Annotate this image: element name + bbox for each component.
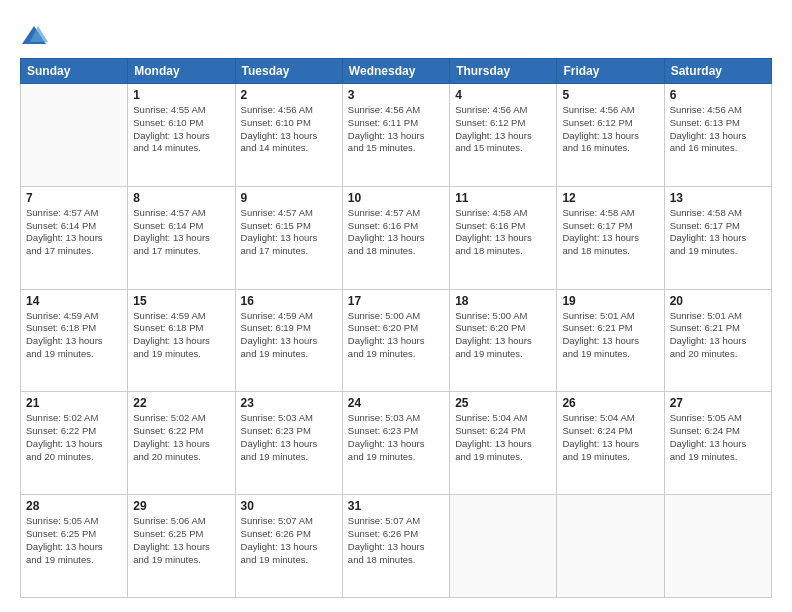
calendar-cell: 23Sunrise: 5:03 AM Sunset: 6:23 PM Dayli…	[235, 392, 342, 495]
day-info: Sunrise: 5:04 AM Sunset: 6:24 PM Dayligh…	[455, 412, 551, 463]
day-number: 17	[348, 294, 444, 308]
day-number: 8	[133, 191, 229, 205]
day-number: 23	[241, 396, 337, 410]
calendar-cell: 28Sunrise: 5:05 AM Sunset: 6:25 PM Dayli…	[21, 495, 128, 598]
day-info: Sunrise: 5:02 AM Sunset: 6:22 PM Dayligh…	[133, 412, 229, 463]
calendar-header-row: SundayMondayTuesdayWednesdayThursdayFrid…	[21, 59, 772, 84]
day-info: Sunrise: 4:58 AM Sunset: 6:17 PM Dayligh…	[670, 207, 766, 258]
calendar-cell: 15Sunrise: 4:59 AM Sunset: 6:18 PM Dayli…	[128, 289, 235, 392]
calendar-cell: 21Sunrise: 5:02 AM Sunset: 6:22 PM Dayli…	[21, 392, 128, 495]
day-number: 16	[241, 294, 337, 308]
day-number: 21	[26, 396, 122, 410]
calendar-cell: 3Sunrise: 4:56 AM Sunset: 6:11 PM Daylig…	[342, 84, 449, 187]
calendar-cell	[21, 84, 128, 187]
calendar-cell: 5Sunrise: 4:56 AM Sunset: 6:12 PM Daylig…	[557, 84, 664, 187]
calendar-week-3: 14Sunrise: 4:59 AM Sunset: 6:18 PM Dayli…	[21, 289, 772, 392]
calendar-cell: 20Sunrise: 5:01 AM Sunset: 6:21 PM Dayli…	[664, 289, 771, 392]
day-info: Sunrise: 5:05 AM Sunset: 6:25 PM Dayligh…	[26, 515, 122, 566]
day-info: Sunrise: 5:06 AM Sunset: 6:25 PM Dayligh…	[133, 515, 229, 566]
day-number: 13	[670, 191, 766, 205]
calendar-cell: 10Sunrise: 4:57 AM Sunset: 6:16 PM Dayli…	[342, 186, 449, 289]
day-number: 10	[348, 191, 444, 205]
calendar-week-5: 28Sunrise: 5:05 AM Sunset: 6:25 PM Dayli…	[21, 495, 772, 598]
day-info: Sunrise: 4:57 AM Sunset: 6:15 PM Dayligh…	[241, 207, 337, 258]
day-info: Sunrise: 5:01 AM Sunset: 6:21 PM Dayligh…	[562, 310, 658, 361]
calendar-cell: 29Sunrise: 5:06 AM Sunset: 6:25 PM Dayli…	[128, 495, 235, 598]
day-number: 26	[562, 396, 658, 410]
day-number: 19	[562, 294, 658, 308]
calendar-cell: 26Sunrise: 5:04 AM Sunset: 6:24 PM Dayli…	[557, 392, 664, 495]
day-number: 5	[562, 88, 658, 102]
day-info: Sunrise: 4:58 AM Sunset: 6:17 PM Dayligh…	[562, 207, 658, 258]
calendar-header-wednesday: Wednesday	[342, 59, 449, 84]
day-number: 15	[133, 294, 229, 308]
day-info: Sunrise: 4:56 AM Sunset: 6:12 PM Dayligh…	[455, 104, 551, 155]
day-number: 22	[133, 396, 229, 410]
day-info: Sunrise: 5:07 AM Sunset: 6:26 PM Dayligh…	[348, 515, 444, 566]
calendar-cell: 22Sunrise: 5:02 AM Sunset: 6:22 PM Dayli…	[128, 392, 235, 495]
calendar-cell: 16Sunrise: 4:59 AM Sunset: 6:19 PM Dayli…	[235, 289, 342, 392]
day-number: 30	[241, 499, 337, 513]
day-info: Sunrise: 5:00 AM Sunset: 6:20 PM Dayligh…	[348, 310, 444, 361]
calendar-cell: 11Sunrise: 4:58 AM Sunset: 6:16 PM Dayli…	[450, 186, 557, 289]
calendar-header-saturday: Saturday	[664, 59, 771, 84]
day-info: Sunrise: 4:59 AM Sunset: 6:19 PM Dayligh…	[241, 310, 337, 361]
calendar-cell: 2Sunrise: 4:56 AM Sunset: 6:10 PM Daylig…	[235, 84, 342, 187]
day-info: Sunrise: 4:59 AM Sunset: 6:18 PM Dayligh…	[26, 310, 122, 361]
day-number: 4	[455, 88, 551, 102]
day-info: Sunrise: 4:59 AM Sunset: 6:18 PM Dayligh…	[133, 310, 229, 361]
day-number: 11	[455, 191, 551, 205]
day-number: 28	[26, 499, 122, 513]
day-info: Sunrise: 4:57 AM Sunset: 6:16 PM Dayligh…	[348, 207, 444, 258]
calendar-cell	[450, 495, 557, 598]
calendar-cell: 27Sunrise: 5:05 AM Sunset: 6:24 PM Dayli…	[664, 392, 771, 495]
day-info: Sunrise: 5:01 AM Sunset: 6:21 PM Dayligh…	[670, 310, 766, 361]
day-info: Sunrise: 4:56 AM Sunset: 6:13 PM Dayligh…	[670, 104, 766, 155]
day-info: Sunrise: 4:55 AM Sunset: 6:10 PM Dayligh…	[133, 104, 229, 155]
day-number: 3	[348, 88, 444, 102]
calendar-cell: 25Sunrise: 5:04 AM Sunset: 6:24 PM Dayli…	[450, 392, 557, 495]
day-info: Sunrise: 4:57 AM Sunset: 6:14 PM Dayligh…	[133, 207, 229, 258]
calendar-cell: 14Sunrise: 4:59 AM Sunset: 6:18 PM Dayli…	[21, 289, 128, 392]
calendar-week-2: 7Sunrise: 4:57 AM Sunset: 6:14 PM Daylig…	[21, 186, 772, 289]
calendar-table: SundayMondayTuesdayWednesdayThursdayFrid…	[20, 58, 772, 598]
calendar-cell: 13Sunrise: 4:58 AM Sunset: 6:17 PM Dayli…	[664, 186, 771, 289]
day-number: 14	[26, 294, 122, 308]
calendar-cell: 8Sunrise: 4:57 AM Sunset: 6:14 PM Daylig…	[128, 186, 235, 289]
day-number: 25	[455, 396, 551, 410]
day-number: 1	[133, 88, 229, 102]
day-number: 7	[26, 191, 122, 205]
day-number: 29	[133, 499, 229, 513]
calendar-cell: 31Sunrise: 5:07 AM Sunset: 6:26 PM Dayli…	[342, 495, 449, 598]
calendar-cell: 17Sunrise: 5:00 AM Sunset: 6:20 PM Dayli…	[342, 289, 449, 392]
calendar-cell	[664, 495, 771, 598]
day-info: Sunrise: 4:58 AM Sunset: 6:16 PM Dayligh…	[455, 207, 551, 258]
logo	[20, 22, 52, 50]
day-number: 6	[670, 88, 766, 102]
calendar-cell: 18Sunrise: 5:00 AM Sunset: 6:20 PM Dayli…	[450, 289, 557, 392]
day-number: 20	[670, 294, 766, 308]
calendar-header-sunday: Sunday	[21, 59, 128, 84]
calendar-cell: 9Sunrise: 4:57 AM Sunset: 6:15 PM Daylig…	[235, 186, 342, 289]
calendar-header-thursday: Thursday	[450, 59, 557, 84]
calendar-cell: 24Sunrise: 5:03 AM Sunset: 6:23 PM Dayli…	[342, 392, 449, 495]
day-info: Sunrise: 4:57 AM Sunset: 6:14 PM Dayligh…	[26, 207, 122, 258]
calendar-cell: 1Sunrise: 4:55 AM Sunset: 6:10 PM Daylig…	[128, 84, 235, 187]
day-info: Sunrise: 5:00 AM Sunset: 6:20 PM Dayligh…	[455, 310, 551, 361]
calendar-cell: 4Sunrise: 4:56 AM Sunset: 6:12 PM Daylig…	[450, 84, 557, 187]
day-info: Sunrise: 5:02 AM Sunset: 6:22 PM Dayligh…	[26, 412, 122, 463]
calendar-cell: 19Sunrise: 5:01 AM Sunset: 6:21 PM Dayli…	[557, 289, 664, 392]
logo-icon	[20, 22, 48, 50]
calendar-week-4: 21Sunrise: 5:02 AM Sunset: 6:22 PM Dayli…	[21, 392, 772, 495]
day-number: 18	[455, 294, 551, 308]
calendar-header-monday: Monday	[128, 59, 235, 84]
day-info: Sunrise: 5:05 AM Sunset: 6:24 PM Dayligh…	[670, 412, 766, 463]
calendar-cell: 30Sunrise: 5:07 AM Sunset: 6:26 PM Dayli…	[235, 495, 342, 598]
day-number: 12	[562, 191, 658, 205]
day-number: 2	[241, 88, 337, 102]
calendar-cell: 12Sunrise: 4:58 AM Sunset: 6:17 PM Dayli…	[557, 186, 664, 289]
day-number: 24	[348, 396, 444, 410]
day-info: Sunrise: 4:56 AM Sunset: 6:10 PM Dayligh…	[241, 104, 337, 155]
calendar-cell: 7Sunrise: 4:57 AM Sunset: 6:14 PM Daylig…	[21, 186, 128, 289]
calendar-header-friday: Friday	[557, 59, 664, 84]
